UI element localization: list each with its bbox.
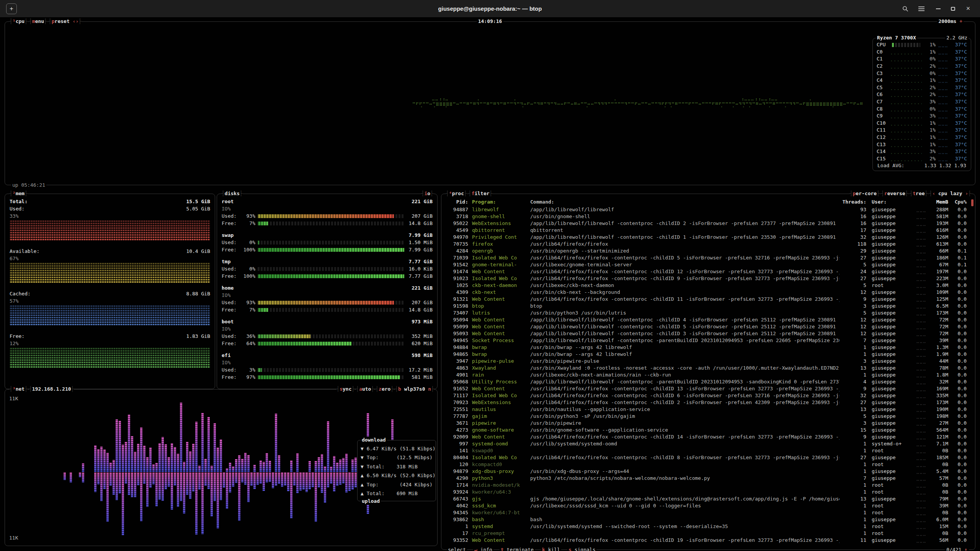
- process-row[interactable]: 93924kworker/u64:31root⣀⣀⣀0B0.0: [443, 489, 970, 496]
- process-row[interactable]: 94970Privileged Cont/app/lib/librewolf/l…: [443, 234, 970, 241]
- process-row[interactable]: 70735firefox/usr/lib64/firefox/firefox11…: [443, 241, 970, 248]
- process-mem: 32M: [926, 378, 948, 385]
- column-user[interactable]: User:: [866, 199, 909, 205]
- process-row[interactable]: 1714nvidia-modeset/k1root⣀⣀⣀0B0.0: [443, 482, 970, 489]
- process-row[interactable]: 3947pipewire-pulse/usr/bin/pipewire-puls…: [443, 358, 970, 365]
- process-row[interactable]: 997systemd-oomd/usr/lib/systemd/systemd-…: [443, 440, 970, 447]
- process-row[interactable]: 4309ckb-next/usr/bin/ckb-next --backgrou…: [443, 289, 970, 296]
- net-interface-tab[interactable]: ┤b wlp37s0 n├: [395, 386, 434, 393]
- core-temp-graph: ⣀⣀⣀: [936, 127, 951, 134]
- process-row[interactable]: 141kswapd01root⣀⣀⣀0B0.0: [443, 447, 970, 454]
- tab-next-icon[interactable]: ›: [962, 191, 969, 196]
- process-program: bash: [468, 516, 526, 523]
- net-sync-tab[interactable]: ┤sync├: [336, 386, 354, 393]
- process-row[interactable]: 95093Web Content/app/lib/librewolf/libre…: [443, 330, 970, 337]
- process-row[interactable]: 4549qbittorrentqbittorrent17giuseppe⣀⣀⣀6…: [443, 227, 970, 234]
- net-auto-tab[interactable]: ┤auto├: [356, 386, 374, 393]
- process-row[interactable]: 1systemd/usr/lib/systemd/systemd --switc…: [443, 523, 970, 530]
- core-temp: 37°C: [951, 112, 967, 119]
- new-tab-button[interactable]: +: [6, 3, 17, 14]
- process-row[interactable]: 91598btopbtop3giuseppe⣀⣀⣀6.5M0.0: [443, 303, 970, 310]
- process-row[interactable]: 3718gnome-shell/usr/bin/gnome-shell16giu…: [443, 213, 970, 220]
- process-row[interactable]: 95068Utility Process/app/lib/librewolf/l…: [443, 378, 970, 385]
- minimize-button[interactable]: [933, 3, 944, 15]
- proc-per-core-tab[interactable]: ┤per-core├: [850, 190, 880, 197]
- hamburger-menu-icon[interactable]: [916, 3, 927, 15]
- process-row[interactable]: 91321Web Content/usr/lib64/firefox/firef…: [443, 296, 970, 303]
- column-threads[interactable]: Threads:: [840, 199, 866, 205]
- process-row[interactable]: 94884bwrap/usr/bin/bwrap --args 42 libre…: [443, 344, 970, 351]
- process-row[interactable]: 91023Isolated Web Co/usr/lib64/firefox/f…: [443, 275, 970, 282]
- mem-mem-tab[interactable]: ┤²mem├: [10, 190, 28, 197]
- tab-next-icon[interactable]: ‹›: [70, 18, 78, 24]
- search-icon[interactable]: [900, 3, 911, 15]
- cpu-preset-tab[interactable]: ┤preset ‹›├: [49, 18, 82, 25]
- process-row[interactable]: 4042sssd_kcm/usr/libexec/sssd/sssd_kcm -…: [443, 502, 970, 509]
- process-row[interactable]: 94887librewolf/app/lib/librewolf/librewo…: [443, 206, 970, 213]
- disks-disks-tab[interactable]: ┤disks├: [222, 190, 243, 197]
- disk-used-value: 17.2 MiB: [407, 367, 433, 373]
- scroll-up-icon[interactable]: ↑: [964, 547, 967, 551]
- net-zero-tab[interactable]: ┤zero├: [376, 386, 394, 393]
- proc-reverse-tab[interactable]: ┤reverse├: [881, 190, 908, 197]
- proc-filter-tab[interactable]: ┤filter├: [469, 190, 493, 197]
- process-row[interactable]: 77787gajim/usr/bin/python3 -sP /usr/bin/…: [443, 413, 970, 420]
- tab-next-icon[interactable]: n: [428, 386, 431, 392]
- process-row[interactable]: 120kcompactd01root⣀⣀⣀0B0.0: [443, 461, 970, 468]
- cpu-menu-tab[interactable]: ┤menu├: [29, 18, 47, 25]
- process-row[interactable]: 95099Web Content/app/lib/librewolf/libre…: [443, 323, 970, 330]
- process-row[interactable]: 4290python3python3 /etc/nobara/scripts/n…: [443, 475, 970, 482]
- process-scrollbar-thumb[interactable]: [971, 199, 973, 206]
- process-mem: 44M: [926, 358, 948, 365]
- process-row[interactable]: 70923WebExtensions/usr/lib64/firefox/fir…: [443, 399, 970, 406]
- kill-action[interactable]: k kill: [541, 546, 561, 551]
- process-row[interactable]: 94865bwrap/usr/bin/bwrap --args 42 libre…: [443, 351, 970, 358]
- process-row[interactable]: 71117Isolated Web Co/usr/lib64/firefox/f…: [443, 392, 970, 399]
- process-row[interactable]: 94945Socket Process/app/lib/librewolf/li…: [443, 337, 970, 344]
- column-pid[interactable]: Pid:: [443, 199, 468, 205]
- process-row[interactable]: 4863Xwayland/usr/bin/Xwayland :0 -rootle…: [443, 365, 970, 372]
- terminate-action[interactable]: t terminate: [500, 546, 535, 551]
- process-row[interactable]: 91652Web Content/usr/lib64/firefox/firef…: [443, 385, 970, 392]
- disks-io-tab[interactable]: ┤io├: [421, 190, 433, 197]
- process-row[interactable]: 93352Web Content/usr/lib64/firefox/firef…: [443, 537, 970, 544]
- proc-sort-tab[interactable]: ┤‹ cpu lazy ›├: [929, 190, 971, 197]
- process-row[interactable]: 71039Isolated Web Co/usr/lib64/firefox/f…: [443, 254, 970, 261]
- column-program[interactable]: Program:: [468, 199, 526, 205]
- process-row[interactable]: 94345kworker/u64:7-bt1root⣀⣀⣀0B0.0: [443, 509, 970, 516]
- process-row[interactable]: 17rcu_preempt1root⣀⣀⣀0B0.0: [443, 530, 970, 537]
- process-row[interactable]: 80404Isolated Web Co/usr/lib64/firefox/f…: [443, 454, 970, 461]
- interval-plus-button[interactable]: +: [959, 18, 962, 24]
- process-row[interactable]: 73407lutris/usr/bin/python3 /usr/bin/lut…: [443, 310, 970, 316]
- net-net-tab[interactable]: ┤³net├: [10, 386, 28, 393]
- process-row[interactable]: 91542gnome-terminal-/usr/libexec/gnome-t…: [443, 261, 970, 268]
- process-row[interactable]: 4273gnome-software/usr/bin/gnome-softwar…: [443, 427, 970, 434]
- maximize-button[interactable]: [947, 3, 959, 15]
- process-row[interactable]: 3671pipewire/usr/bin/pipewire3giuseppe⣀⣀…: [443, 420, 970, 427]
- proc-proc-tab[interactable]: ┤⁴proc├: [446, 190, 467, 197]
- tab-prev-icon[interactable]: ‹: [932, 191, 938, 196]
- column-cpu[interactable]: Cpu%: [948, 199, 970, 205]
- select-action[interactable]: select: [447, 546, 467, 551]
- process-row[interactable]: 72551nautilus/usr/bin/nautilus --gapplic…: [443, 406, 970, 413]
- process-row[interactable]: 95022WebExtensions/app/lib/librewolf/lib…: [443, 220, 970, 227]
- process-row[interactable]: 4901rain/usr/libexec/ckb-next-animations…: [443, 372, 970, 378]
- process-row[interactable]: 95094Web Content/app/lib/librewolf/libre…: [443, 316, 970, 323]
- process-row[interactable]: 94879xdg-dbus-proxy/usr/bin/xdg-dbus-pro…: [443, 468, 970, 475]
- update-interval[interactable]: 2000ms +: [937, 18, 964, 25]
- process-mem-graph: ⣀⣀⣀: [909, 489, 926, 496]
- process-row[interactable]: 66743gjsgjs /home/giuseppe/.local/share/…: [443, 496, 970, 502]
- process-row[interactable]: 92009Web Content/usr/lib64/firefox/firef…: [443, 434, 970, 440]
- signals-action[interactable]: s signals: [567, 546, 596, 551]
- close-button[interactable]: ×: [962, 3, 974, 15]
- column-command[interactable]: Command:: [526, 199, 840, 205]
- process-row[interactable]: 4284openrgb/usr/bin/openrgb --startminim…: [443, 248, 970, 254]
- process-row[interactable]: 91474Web Content/usr/lib64/firefox/firef…: [443, 268, 970, 275]
- info-action[interactable]: ↵ info: [473, 546, 493, 551]
- process-row[interactable]: 93862bashbash1giuseppe⣀⣀⣀6.0M0.0: [443, 516, 970, 523]
- column-memb[interactable]: MemB: [909, 199, 948, 205]
- cpu-cpu-tab[interactable]: ┤¹cpu├: [10, 18, 28, 25]
- net-ip-address[interactable]: ┤192.168.1.210├: [29, 386, 74, 393]
- proc-tree-tab[interactable]: ┤tree├: [910, 190, 928, 197]
- process-row[interactable]: 1025ckb-next-daemon/usr/libexec/ckb-next…: [443, 282, 970, 289]
